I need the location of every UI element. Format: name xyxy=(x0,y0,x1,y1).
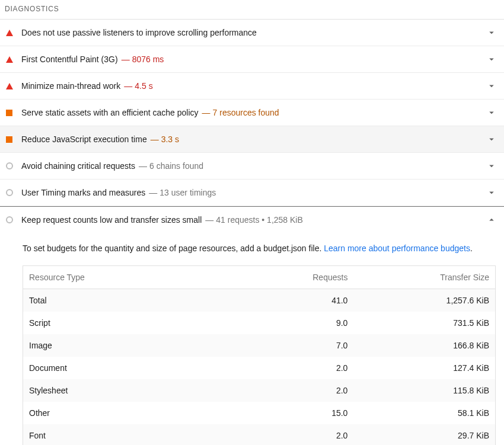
audit-dash: — xyxy=(205,215,213,225)
audit-expanded-body: To set budgets for the quantity and size… xyxy=(0,233,504,445)
table-row: Script9.0731.5 KiB xyxy=(23,312,496,334)
chevron-up-icon xyxy=(486,215,499,225)
audit-detail: 3.3 s xyxy=(161,135,179,144)
chevron-down-icon xyxy=(486,27,499,38)
audit-detail: 4.5 s xyxy=(135,81,152,91)
chevron-down-icon xyxy=(486,54,499,65)
cell-requests: 2.0 xyxy=(231,357,353,379)
cell-requests: 2.0 xyxy=(231,424,353,445)
audit-row[interactable]: Serve static assets with an efficient ca… xyxy=(0,100,504,126)
cell-resource-type: Other xyxy=(23,402,231,424)
audit-description-text: To set budgets for the quantity and size… xyxy=(23,244,324,253)
table-row: Image7.0166.8 KiB xyxy=(23,334,496,357)
audit-dash: — xyxy=(202,108,210,117)
chevron-down-icon xyxy=(486,107,499,118)
table-header: Transfer Size xyxy=(353,266,495,289)
audit-row[interactable]: First Contentful Paint (3G)—8076 ms xyxy=(0,46,504,73)
audit-title: Minimize main-thread work xyxy=(21,81,120,91)
audit-detail: 6 chains found xyxy=(149,161,203,171)
cell-transfer-size: 29.7 KiB xyxy=(353,424,495,445)
learn-more-link[interactable]: Learn more about performance budgets xyxy=(324,244,470,253)
cell-requests: 15.0 xyxy=(231,402,353,424)
fail-triangle-icon xyxy=(6,83,13,89)
info-circle-icon xyxy=(6,162,13,169)
cell-resource-type: Image xyxy=(23,334,231,357)
chevron-down-icon xyxy=(486,161,499,171)
audit-detail: 8076 ms xyxy=(132,55,164,64)
audit-title: First Contentful Paint (3G) xyxy=(21,55,118,64)
audit-dash: — xyxy=(124,81,132,91)
audit-title: Keep request counts low and transfer siz… xyxy=(21,215,202,225)
cell-requests: 41.0 xyxy=(231,289,353,312)
audit-title: Serve static assets with an efficient ca… xyxy=(21,108,199,117)
audit-title: Does not use passive listeners to improv… xyxy=(21,28,257,37)
cell-requests: 2.0 xyxy=(231,379,353,402)
audit-dash: — xyxy=(151,135,159,144)
audit-row[interactable]: Minimize main-thread work—4.5 s xyxy=(0,73,504,100)
table-row: Document2.0127.4 KiB xyxy=(23,357,496,379)
audit-row[interactable]: Keep request counts low and transfer siz… xyxy=(0,206,504,233)
cell-resource-type: Document xyxy=(23,357,231,379)
chevron-down-icon xyxy=(486,81,499,91)
info-circle-icon xyxy=(6,189,13,196)
table-row: Total41.01,257.6 KiB xyxy=(23,289,496,312)
fail-triangle-icon xyxy=(6,30,13,36)
table-header: Requests xyxy=(231,266,353,289)
cell-transfer-size: 127.4 KiB xyxy=(353,357,495,379)
cell-transfer-size: 731.5 KiB xyxy=(353,312,495,334)
table-header: Resource Type xyxy=(23,266,231,289)
audit-row[interactable]: Does not use passive listeners to improv… xyxy=(0,20,504,46)
average-square-icon xyxy=(6,110,12,116)
audit-title: User Timing marks and measures xyxy=(21,188,145,197)
table-row: Font2.029.7 KiB xyxy=(23,424,496,445)
audit-row[interactable]: User Timing marks and measures—13 user t… xyxy=(0,180,504,206)
audit-row[interactable]: Avoid chaining critical requests—6 chain… xyxy=(0,153,504,180)
audit-description-suffix: . xyxy=(470,244,473,253)
chevron-down-icon xyxy=(486,134,499,145)
cell-resource-type: Script xyxy=(23,312,231,334)
audit-detail: 7 resources found xyxy=(213,108,279,117)
cell-transfer-size: 166.8 KiB xyxy=(353,334,495,357)
audit-detail: 41 requests • 1,258 KiB xyxy=(216,215,303,225)
diagnostics-section-header: DIAGNOSTICS xyxy=(0,0,504,20)
audit-detail: 13 user timings xyxy=(160,188,216,197)
cell-transfer-size: 115.8 KiB xyxy=(353,379,495,402)
cell-resource-type: Font xyxy=(23,424,231,445)
audit-description: To set budgets for the quantity and size… xyxy=(23,242,504,255)
audit-title: Avoid chaining critical requests xyxy=(21,161,135,171)
audit-title: Reduce JavaScript execution time xyxy=(21,135,147,144)
cell-resource-type: Total xyxy=(23,289,231,312)
table-row: Stylesheet2.0115.8 KiB xyxy=(23,379,496,402)
cell-requests: 9.0 xyxy=(231,312,353,334)
average-square-icon xyxy=(6,136,12,143)
resource-breakdown-table: Resource TypeRequestsTransfer SizeTotal4… xyxy=(23,265,496,445)
audit-row[interactable]: Reduce JavaScript execution time—3.3 s xyxy=(0,126,504,153)
audit-dash: — xyxy=(139,161,147,171)
audit-dash: — xyxy=(149,188,157,197)
cell-requests: 7.0 xyxy=(231,334,353,357)
fail-triangle-icon xyxy=(6,56,13,63)
info-circle-icon xyxy=(6,216,13,223)
chevron-down-icon xyxy=(486,187,499,198)
table-row: Other15.058.1 KiB xyxy=(23,402,496,424)
audit-dash: — xyxy=(122,55,130,64)
cell-transfer-size: 58.1 KiB xyxy=(353,402,495,424)
cell-transfer-size: 1,257.6 KiB xyxy=(353,289,495,312)
cell-resource-type: Stylesheet xyxy=(23,379,231,402)
